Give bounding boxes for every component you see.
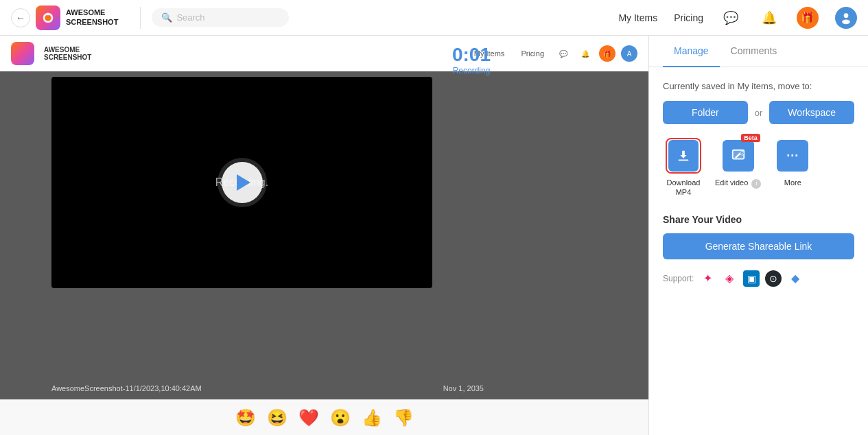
screenshot-msg: 💬 <box>555 45 572 62</box>
search-placeholder: Search <box>176 12 204 23</box>
svg-point-3 <box>844 13 849 18</box>
avatar[interactable] <box>835 7 857 29</box>
recording-label: Recording <box>452 66 491 75</box>
svg-rect-2 <box>47 12 49 15</box>
action-download[interactable]: DownloadMP4 <box>663 138 704 198</box>
screenshot-avatar-sm: A <box>621 45 637 62</box>
play-triangle-icon <box>237 174 250 191</box>
message-icon: 💬 <box>723 10 738 25</box>
more-label: More <box>784 178 801 187</box>
share-title: Share Your Video <box>663 214 854 225</box>
screenshot-bg: AWESOMESCREENSHOT My Items Pricing 💬 🔔 🎁… <box>0 36 648 399</box>
brand-line1: AWESOME <box>66 8 118 17</box>
logo: AWESOME SCREENSHOT <box>36 5 118 30</box>
support-icon-slack[interactable]: ✦ <box>699 270 716 287</box>
tabs-row: Manage Comments <box>649 36 868 67</box>
emoji-party[interactable]: 🤩 <box>235 408 256 427</box>
more-icon-wrap: ··· <box>775 138 810 174</box>
main-container: AWESOMESCREENSHOT My Items Pricing 💬 🔔 🎁… <box>0 36 868 435</box>
svg-rect-5 <box>679 160 689 161</box>
emoji-laugh[interactable]: 😆 <box>267 408 288 427</box>
right-panel: Manage Comments Currently saved in My it… <box>648 36 868 435</box>
action-more[interactable]: ··· More <box>772 138 813 187</box>
action-edit[interactable]: Beta Edit video i <box>715 138 761 189</box>
edit-label: Edit video i <box>715 178 761 189</box>
pricing-link[interactable]: Pricing <box>674 12 703 23</box>
actions-row: DownloadMP4 Beta <box>663 138 854 198</box>
move-buttons: Folder or Workspace <box>663 101 854 124</box>
support-icons: ✦ ◈ ▣ ⊙ ◆ <box>699 270 804 287</box>
panel-content: Currently saved in My items, move to: Fo… <box>649 67 868 435</box>
support-icon-diamond[interactable]: ◆ <box>787 270 804 287</box>
screenshot-bell: 🔔 <box>577 45 594 62</box>
or-text: or <box>755 108 763 118</box>
gift-icon: 🎁 <box>801 11 814 24</box>
recording-indicator: 0:01 Recording <box>452 44 491 75</box>
nav-links: My Items Pricing 💬 🔔 🎁 <box>618 7 857 29</box>
screenshot-topbar: AWESOMESCREENSHOT My Items Pricing 💬 🔔 🎁… <box>0 36 648 71</box>
download-icon <box>668 140 699 172</box>
tab-comments[interactable]: Comments <box>720 36 788 67</box>
emoji-wow[interactable]: 😮 <box>330 408 351 427</box>
download-svg-icon <box>676 148 691 163</box>
logo-svg <box>40 10 56 25</box>
support-icon-github[interactable]: ⊙ <box>765 270 782 287</box>
logo-text: AWESOME SCREENSHOT <box>66 8 118 26</box>
search-icon: 🔍 <box>161 12 172 23</box>
left-panel: AWESOMESCREENSHOT My Items Pricing 💬 🔔 🎁… <box>0 36 648 435</box>
support-icon-trello[interactable]: ▣ <box>743 270 760 287</box>
screenshot-pricing: Pricing <box>521 49 544 58</box>
back-icon: ← <box>16 12 25 23</box>
svg-point-4 <box>842 19 850 24</box>
screenshot-logo <box>11 42 34 65</box>
search-box[interactable]: 🔍 Search <box>152 8 289 27</box>
back-button[interactable]: ← <box>11 8 30 27</box>
emoji-heart[interactable]: ❤️ <box>298 408 319 427</box>
edit-svg-icon <box>731 148 746 163</box>
edit-icon-wrap: Beta <box>720 138 756 174</box>
video-wrapper: AWESOMESCREENSHOT My Items Pricing 💬 🔔 🎁… <box>0 36 648 399</box>
bell-icon: 🔔 <box>762 10 777 25</box>
video-filename: AwesomeScreenshot-11/1/2023,10:40:42AM <box>51 384 202 392</box>
support-icon-asana[interactable]: ◈ <box>721 270 738 287</box>
download-icon-wrap <box>666 138 701 174</box>
video-date: Nov 1, 2035 <box>443 384 484 392</box>
save-label: Currently saved in My items, move to: <box>663 81 854 91</box>
message-button[interactable]: 💬 <box>720 7 742 29</box>
screenshot-gift: 🎁 <box>599 45 615 62</box>
edit-info-icon: i <box>751 179 761 189</box>
nav-divider <box>140 7 141 29</box>
screenshot-brand: AWESOMESCREENSHOT <box>44 46 91 61</box>
tab-manage[interactable]: Manage <box>663 36 720 67</box>
avatar-icon <box>839 11 853 25</box>
brand-line2: SCREENSHOT <box>66 18 118 27</box>
play-inner <box>222 162 263 203</box>
share-section: Share Your Video Generate Shareable Link… <box>663 214 854 287</box>
play-button[interactable] <box>218 158 267 207</box>
video-area: Recording. <box>51 77 432 288</box>
emoji-bar: 🤩 😆 ❤️ 😮 👍 👎 <box>0 399 648 435</box>
generate-link-button[interactable]: Generate Shareable Link <box>663 233 854 259</box>
download-label: DownloadMP4 <box>667 178 701 198</box>
emoji-thumbsup[interactable]: 👍 <box>362 408 382 427</box>
recording-time: 0:01 <box>452 44 491 66</box>
top-nav: ← AWESOME SCREENSHOT 🔍 Search My Items P… <box>0 0 868 36</box>
svg-point-1 <box>45 14 51 21</box>
beta-badge: Beta <box>741 134 760 142</box>
more-icon: ··· <box>777 140 808 172</box>
my-items-link[interactable]: My Items <box>618 12 657 23</box>
bell-button[interactable]: 🔔 <box>758 7 780 29</box>
emoji-thumbsdown[interactable]: 👎 <box>393 408 414 427</box>
gift-button[interactable]: 🎁 <box>797 7 819 29</box>
support-row: Support: ✦ ◈ ▣ ⊙ ◆ <box>663 270 854 287</box>
folder-button[interactable]: Folder <box>663 101 748 124</box>
workspace-button[interactable]: Workspace <box>769 101 854 124</box>
logo-icon <box>36 5 60 30</box>
edit-icon <box>723 140 754 172</box>
support-label: Support: <box>663 274 694 283</box>
